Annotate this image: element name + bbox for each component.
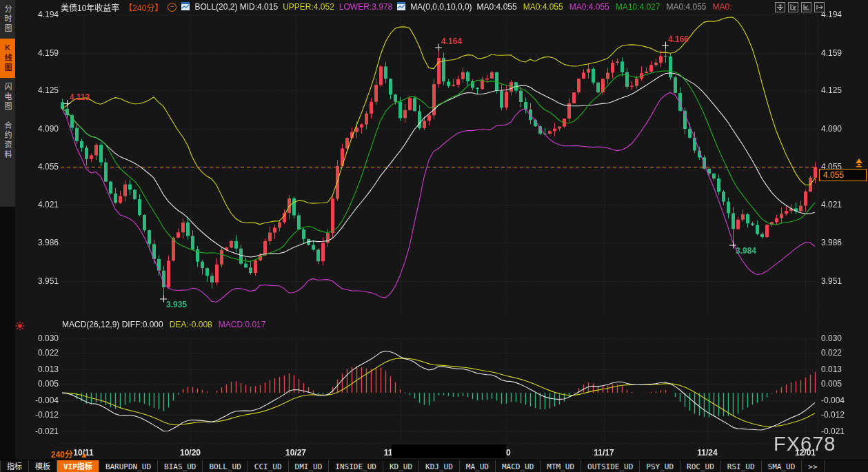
symbol-title: 美债10年收益率 xyxy=(61,1,119,13)
macd-diff-value: MACD(26,12,9) DIFF:0.000 xyxy=(62,320,163,329)
tab-MACD_UD[interactable]: MACD_UD xyxy=(496,460,541,472)
tab-VIP指标[interactable]: VIP指标 xyxy=(57,460,99,472)
macd-tick-left: 0.005 xyxy=(26,379,59,389)
sidebar-item-分时图[interactable]: 分时图 xyxy=(0,0,15,39)
watermark: FX678 xyxy=(774,433,836,455)
tab-KD_UD[interactable]: KD_UD xyxy=(383,460,419,472)
macd-tick-left: -0.004 xyxy=(26,396,59,405)
xaxis-date-11/17: 11/17 xyxy=(594,448,614,458)
tab-DMI_UD[interactable]: DMI_UD xyxy=(289,460,330,472)
price-tick-right: 4.159 xyxy=(821,48,842,58)
tab-模板[interactable]: 模板 xyxy=(29,460,57,472)
sidebar-item-合约资料[interactable]: 合约资料 xyxy=(0,116,15,165)
ma-legend-value-5: MA0: xyxy=(713,2,732,12)
ma-legend-value-1: MA0:4.055 xyxy=(523,2,563,12)
ma-legend: MA0:4.055MA0:4.055MA0:4.055MA10:4.027MA0… xyxy=(477,2,732,12)
price-extreme-label: 4.113 xyxy=(70,92,90,102)
price-tick-right: 3.986 xyxy=(821,238,842,247)
price-tick-left: 3.986 xyxy=(26,238,59,247)
price-tick-right: 4.090 xyxy=(821,124,842,134)
ma-legend-value-2: MA0:4.055 xyxy=(569,2,609,12)
axis-zoom-left-icon[interactable] xyxy=(788,2,798,12)
price-tick-left: 4.194 xyxy=(26,10,59,19)
ma-params: MA(0,0,0,10,0,0) xyxy=(410,2,472,12)
tab-PSY_UD[interactable]: PSY_UD xyxy=(640,460,680,472)
macd-tick-right: -0.012 xyxy=(821,410,845,420)
macd-tick-left: 0.022 xyxy=(26,348,59,358)
macd-tick-right: -0.004 xyxy=(821,396,845,405)
price-tick-right: 3.951 xyxy=(821,276,842,286)
boll-mid-value: BOLL(20,2) MID:4.015 xyxy=(194,2,278,12)
price-extreme-label: 3.984 xyxy=(736,246,756,256)
collapse-indicator-icon[interactable]: − xyxy=(168,3,176,12)
price-tick-right: 4.021 xyxy=(821,200,842,209)
pan-move-icon[interactable] xyxy=(775,2,785,12)
tab-RSI_UD[interactable]: RSI_UD xyxy=(721,460,762,472)
period-up-arrow-icon[interactable]: ▲ xyxy=(80,450,88,460)
sidebar-item-K线图[interactable]: K线图 xyxy=(0,39,15,78)
tab-SMA_UD[interactable]: SMA_UD xyxy=(762,460,803,472)
collapse-panel-icon[interactable] xyxy=(814,2,825,12)
macd-tick-left: -0.012 xyxy=(26,410,59,420)
macd-tick-right: 0.030 xyxy=(821,334,842,343)
ma-legend-value-0: MA0:4.055 xyxy=(477,2,517,12)
macd-tick-left: -0.021 xyxy=(26,427,59,436)
axis-zoom-right-icon[interactable] xyxy=(801,2,811,12)
period-badge[interactable]: 【240分】 xyxy=(124,1,163,13)
sidebar-item-闪电图[interactable]: 闪电图 xyxy=(0,78,15,116)
price-tick-right: 4.125 xyxy=(821,85,842,95)
chart-toolbar xyxy=(775,2,825,12)
price-tick-left: 4.021 xyxy=(26,200,59,209)
ma-chart-icon[interactable] xyxy=(397,2,405,12)
tab-BIAS_UD[interactable]: BIAS_UD xyxy=(158,460,203,472)
macd-dea-value: DEA:-0.008 xyxy=(170,320,212,329)
price-tick-left: 4.055 xyxy=(26,162,59,172)
xaxis-date-11/24: 11/24 xyxy=(697,448,717,458)
tab-KDJ_UD[interactable]: KDJ_UD xyxy=(419,460,460,472)
tab-MA_UD[interactable]: MA_UD xyxy=(460,460,496,472)
price-tick-left: 4.159 xyxy=(26,48,59,58)
macd-value: MACD:0.017 xyxy=(219,320,266,329)
tab-INSIDE_UD[interactable]: INSIDE_UD xyxy=(329,460,383,472)
left-sidebar: 分时图K线图闪电图合约资料 xyxy=(0,0,15,472)
xaxis-date-10/27: 10/27 xyxy=(285,448,306,458)
alarm-icon[interactable] xyxy=(15,321,25,334)
xaxis-date-10/20: 10/20 xyxy=(180,448,201,458)
redaction-overlay xyxy=(392,444,506,458)
price-extreme-label: 3.935 xyxy=(166,300,187,309)
macd-tick-right: 0.022 xyxy=(821,348,842,358)
macd-header: MACD(26,12,9) DIFF:0.000 DEA:-0.008 MACD… xyxy=(62,320,265,329)
boll-lower-value: LOWER:3.978 xyxy=(339,2,392,12)
price-tick-left: 4.090 xyxy=(26,124,59,134)
macd-tick-left: 0.013 xyxy=(26,365,59,374)
xaxis-period[interactable]: 240分▲ xyxy=(51,448,88,460)
macd-tick-right: 0.013 xyxy=(821,365,842,374)
tab-指标[interactable]: 指标 xyxy=(0,460,29,472)
tab-CCI_UD[interactable]: CCI_UD xyxy=(248,460,289,472)
price-tick-left: 4.125 xyxy=(26,85,59,95)
ma-legend-value-4: MA0:4.055 xyxy=(666,2,706,12)
tab-MTM_UD[interactable]: MTM_UD xyxy=(541,460,581,472)
kline-chart-canvas[interactable] xyxy=(0,0,868,472)
price-extreme-label: 4.166 xyxy=(668,34,689,44)
boll-chart-icon[interactable] xyxy=(181,2,190,12)
indicator-tab-bar: 指标模板VIP指标BARUPDN_UDBIAS_UDBOLL_UDCCI_UDD… xyxy=(0,460,868,472)
tab-ROC_UD[interactable]: ROC_UD xyxy=(680,460,721,472)
last-price-box: 4.055 xyxy=(819,169,867,181)
kline-app-window: 分时图K线图闪电图合约资料 美债10年收益率 【240分】 − BOLL(20,… xyxy=(0,0,868,472)
tab->>[interactable]: >> xyxy=(802,460,824,472)
tab-OUTSIDE_UD[interactable]: OUTSIDE_UD xyxy=(581,460,640,472)
tab-BOLL_UD[interactable]: BOLL_UD xyxy=(203,460,248,472)
price-tick-left: 3.951 xyxy=(26,276,59,286)
tab-BARUPDN_UD[interactable]: BARUPDN_UD xyxy=(99,460,158,472)
macd-tick-left: 0.030 xyxy=(26,334,59,343)
boll-upper-value: UPPER:4.052 xyxy=(283,2,334,12)
ma-legend-value-3: MA10:4.027 xyxy=(616,2,660,12)
indicator-header: 美债10年收益率 【240分】 − BOLL(20,2) MID:4.015 U… xyxy=(61,1,732,12)
price-extreme-label: 4.164 xyxy=(441,37,462,46)
macd-tick-right: 0.005 xyxy=(821,379,842,389)
